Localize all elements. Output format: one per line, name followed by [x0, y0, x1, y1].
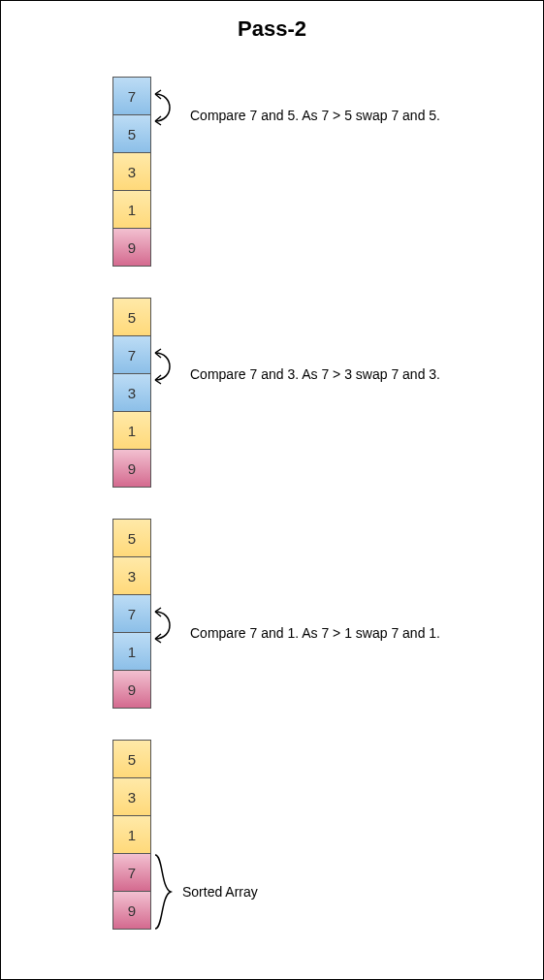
array-cell: 7: [112, 335, 151, 374]
array-cell: 1: [112, 815, 151, 854]
array-3: 5 3 7 1 9: [112, 519, 151, 709]
sorted-array-label: Sorted Array: [182, 884, 258, 900]
step-annotation: Compare 7 and 3. As 7 > 3 swap 7 and 3.: [190, 366, 440, 382]
array-cell: 9: [112, 891, 151, 930]
array-cell: 1: [112, 190, 151, 229]
array-cell: 3: [112, 777, 151, 816]
sort-step-1: 7 5 3 1 9 Compare 7 and 5. As 7 > 5 swap…: [112, 77, 543, 270]
array-cell: 3: [112, 152, 151, 191]
sort-step-2: 5 7 3 1 9 Compare 7 and 3. As 7 > 3 swap…: [112, 298, 543, 491]
page-title: Pass-2: [1, 1, 543, 49]
swap-arrow-icon: [151, 77, 186, 139]
array-cell: 1: [112, 632, 151, 671]
array-cell: 3: [112, 556, 151, 595]
array-cell: 7: [112, 853, 151, 892]
array-cell: 9: [112, 449, 151, 488]
array-cell: 7: [112, 594, 151, 633]
array-cell: 5: [112, 298, 151, 336]
array-cell: 3: [112, 373, 151, 412]
array-1: 7 5 3 1 9: [112, 77, 151, 267]
step-annotation: Compare 7 and 5. As 7 > 5 swap 7 and 5.: [190, 108, 440, 123]
sort-step-final: 5 3 1 7 9 Sorted Array: [112, 740, 543, 933]
array-final: 5 3 1 7 9: [112, 740, 151, 930]
array-cell: 7: [112, 77, 151, 115]
swap-arrow-icon: [151, 335, 186, 397]
sort-step-3: 5 3 7 1 9 Compare 7 and 1. As 7 > 1 swap…: [112, 519, 543, 712]
step-annotation: Compare 7 and 1. As 7 > 1 swap 7 and 1.: [190, 625, 440, 641]
brace-icon: [151, 853, 175, 931]
array-cell: 9: [112, 228, 151, 267]
array-cell: 5: [112, 740, 151, 778]
array-cell: 9: [112, 670, 151, 709]
array-cell: 5: [112, 114, 151, 153]
array-cell: 1: [112, 411, 151, 450]
swap-arrow-icon: [151, 594, 186, 656]
array-cell: 5: [112, 519, 151, 557]
array-2: 5 7 3 1 9: [112, 298, 151, 488]
